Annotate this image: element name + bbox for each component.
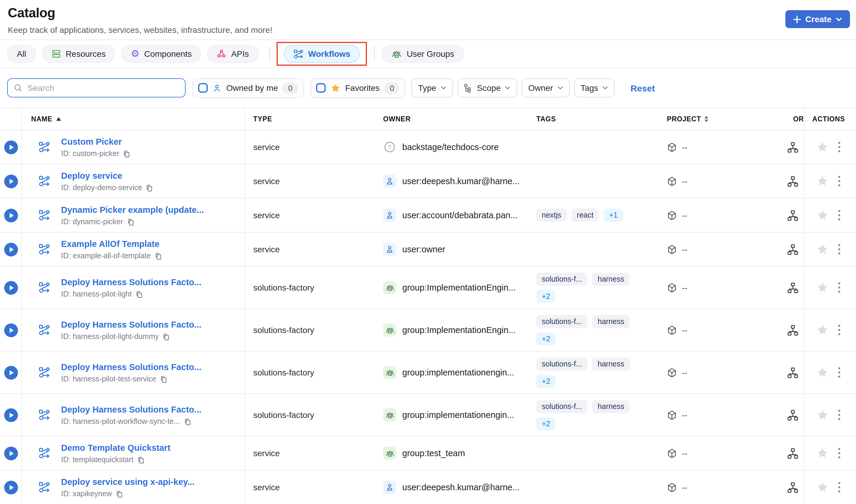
run-workflow-button[interactable] [4, 208, 18, 222]
workflow-name-link[interactable]: Deploy Harness Solutions Facto... [61, 320, 202, 329]
owned-by-me-checkbox[interactable] [198, 83, 208, 93]
tag-pill[interactable]: harness [592, 315, 630, 328]
workflow-name-link[interactable]: Dynamic Picker example (update... [61, 205, 204, 215]
copy-icon[interactable] [160, 375, 168, 383]
tab-resources[interactable]: Resources [41, 45, 115, 63]
tab-user-groups[interactable]: User Groups [382, 45, 464, 63]
favorite-star-button[interactable] [817, 366, 828, 378]
org-hierarchy-button[interactable] [787, 141, 799, 153]
tab-components[interactable]: ⚙ Components [121, 45, 201, 63]
org-hierarchy-button[interactable] [787, 448, 799, 459]
owned-by-me-count: 0 [283, 82, 298, 93]
row-menu-button[interactable] [838, 367, 840, 378]
run-workflow-button[interactable] [4, 323, 18, 337]
run-workflow-button[interactable] [4, 242, 18, 256]
org-hierarchy-button[interactable] [787, 244, 799, 255]
scope-filter-dropdown[interactable]: Scope [457, 78, 517, 97]
tab-workflows[interactable]: Workflows [284, 45, 360, 63]
tag-pill[interactable]: solutions-f... [536, 357, 587, 371]
tag-pill[interactable]: solutions-f... [536, 272, 587, 286]
more-tags-pill[interactable]: +1 [604, 209, 623, 222]
workflow-name-link[interactable]: Deploy Harness Solutions Facto... [61, 277, 202, 287]
row-menu-button[interactable] [838, 176, 840, 186]
favorite-star-button[interactable] [817, 141, 828, 153]
more-tags-pill[interactable]: +2 [536, 290, 556, 303]
org-hierarchy-button[interactable] [787, 282, 799, 293]
favorite-star-button[interactable] [817, 209, 828, 221]
row-menu-button[interactable] [838, 210, 840, 221]
favorites-filter[interactable]: Favorites 0 [310, 78, 406, 98]
tag-pill[interactable]: react [571, 209, 599, 222]
tag-pill[interactable]: harness [592, 357, 630, 371]
favorite-star-button[interactable] [817, 447, 828, 459]
org-hierarchy-button[interactable] [787, 176, 799, 187]
copy-icon[interactable] [126, 218, 134, 226]
type-filter-dropdown[interactable]: Type [412, 78, 453, 97]
tag-pill[interactable]: harness [592, 272, 630, 286]
copy-icon[interactable] [146, 184, 154, 192]
column-header-project[interactable]: PROJECT [658, 108, 766, 130]
workflow-name-link[interactable]: Custom Picker [61, 137, 122, 146]
row-menu-button[interactable] [838, 282, 840, 293]
create-button[interactable]: Create [786, 10, 850, 28]
tag-pill[interactable]: solutions-f... [536, 400, 587, 413]
favorite-star-button[interactable] [817, 243, 828, 255]
row-menu-button[interactable] [838, 244, 840, 255]
copy-icon[interactable] [137, 456, 145, 464]
row-menu-button[interactable] [838, 410, 840, 420]
workflow-name-link[interactable]: Example AllOf Template [61, 239, 159, 249]
row-menu-button[interactable] [838, 142, 840, 152]
user-owner-icon [383, 243, 396, 256]
copy-icon[interactable] [123, 150, 131, 158]
column-header-name[interactable]: NAME [22, 108, 245, 130]
more-tags-pill[interactable]: +2 [536, 417, 556, 430]
run-workflow-button[interactable] [4, 174, 18, 188]
api-network-icon [217, 49, 226, 59]
workflow-id: ID: custom-picker [61, 149, 119, 158]
run-workflow-button[interactable] [4, 281, 18, 294]
user-owner-icon [383, 481, 396, 494]
copy-icon[interactable] [154, 252, 162, 260]
org-hierarchy-button[interactable] [787, 482, 799, 493]
tab-apis[interactable]: APIs [207, 45, 258, 63]
favorites-checkbox[interactable] [316, 83, 325, 93]
copy-icon[interactable] [116, 490, 123, 498]
workflow-name-link[interactable]: Deploy Harness Solutions Facto... [61, 362, 202, 372]
tabs-divider [374, 46, 375, 61]
search-input[interactable] [7, 78, 186, 97]
owned-by-me-filter[interactable]: Owned by me 0 [192, 78, 304, 98]
favorite-star-button[interactable] [817, 409, 828, 421]
run-workflow-button[interactable] [4, 408, 18, 422]
more-tags-pill[interactable]: +2 [536, 332, 556, 345]
copy-icon[interactable] [162, 333, 170, 341]
row-menu-button[interactable] [838, 482, 840, 493]
run-workflow-button[interactable] [4, 480, 18, 494]
workflow-name-link[interactable]: Deploy service using x-api-key... [61, 477, 194, 487]
org-hierarchy-button[interactable] [787, 324, 799, 336]
favorite-star-button[interactable] [817, 481, 828, 493]
copy-icon[interactable] [184, 418, 191, 426]
favorite-star-button[interactable] [817, 282, 828, 293]
tags-filter-dropdown[interactable]: Tags [574, 78, 615, 97]
org-hierarchy-button[interactable] [787, 210, 799, 221]
run-workflow-button[interactable] [4, 365, 18, 379]
workflow-name-link[interactable]: Deploy service [61, 171, 122, 181]
tab-all[interactable]: All [7, 45, 36, 63]
workflow-name-link[interactable]: Demo Template Quickstart [61, 443, 170, 453]
run-workflow-button[interactable] [4, 446, 18, 460]
workflow-name-link[interactable]: Deploy Harness Solutions Facto... [61, 405, 202, 414]
org-hierarchy-button[interactable] [787, 409, 799, 420]
more-tags-pill[interactable]: +2 [536, 375, 556, 388]
tag-pill[interactable]: solutions-f... [536, 315, 587, 328]
tag-pill[interactable]: nextjs [536, 209, 567, 222]
copy-icon[interactable] [135, 290, 143, 298]
owner-filter-dropdown[interactable]: Owner [522, 78, 569, 97]
favorite-star-button[interactable] [817, 324, 828, 336]
org-hierarchy-button[interactable] [787, 367, 799, 378]
tag-pill[interactable]: harness [592, 400, 630, 413]
reset-filters-link[interactable]: Reset [631, 83, 655, 93]
row-menu-button[interactable] [838, 325, 840, 336]
row-menu-button[interactable] [838, 448, 840, 458]
run-workflow-button[interactable] [4, 140, 18, 154]
favorite-star-button[interactable] [817, 175, 828, 187]
